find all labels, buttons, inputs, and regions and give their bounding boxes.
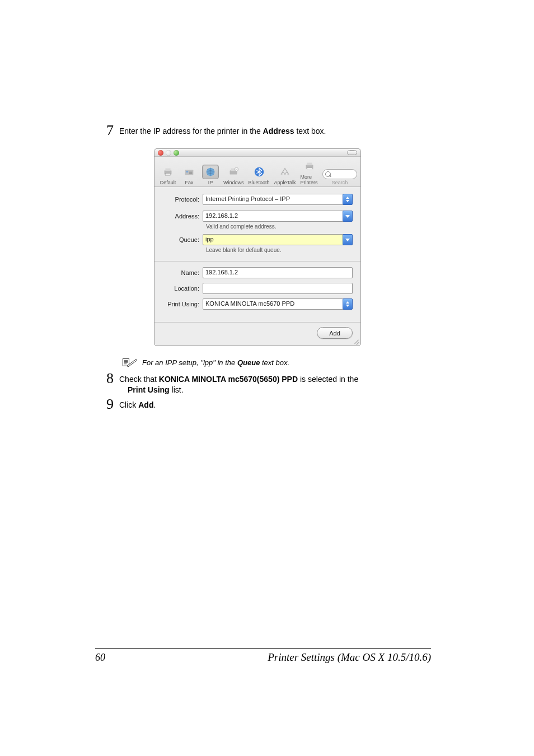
step-8: 8 Check that KONICA MINOLTA mc5670(5650)… bbox=[106, 370, 425, 385]
svg-point-13 bbox=[237, 169, 237, 169]
globe-icon bbox=[202, 165, 219, 179]
name-input[interactable]: 192.168.1.2 bbox=[203, 267, 353, 278]
toolbar-item-default[interactable]: Default bbox=[158, 165, 178, 185]
location-label: Location: bbox=[162, 285, 203, 292]
search-field-wrap: Search bbox=[322, 169, 357, 185]
window-titlebar bbox=[154, 149, 360, 157]
toolbar-toggle-icon[interactable] bbox=[347, 150, 357, 155]
toolbar-item-more-printers[interactable]: More Printers bbox=[299, 159, 320, 185]
step-8-text: Check that KONICA MINOLTA mc5670(5650) P… bbox=[119, 370, 358, 385]
note-icon bbox=[122, 357, 138, 367]
toolbar-item-appletalk[interactable]: AppleTalk bbox=[273, 165, 298, 185]
search-input[interactable] bbox=[322, 169, 357, 179]
svg-rect-5 bbox=[189, 171, 193, 171]
toolbar-item-ip[interactable]: IP bbox=[200, 165, 221, 185]
page-footer: 60 Printer Settings (Mac OS X 10.5/10.6) bbox=[95, 648, 431, 664]
location-input[interactable] bbox=[203, 283, 353, 294]
svg-rect-15 bbox=[281, 174, 283, 175]
svg-rect-20 bbox=[307, 168, 312, 170]
note-text: For an IPP setup, "ipp" in the Queue tex… bbox=[142, 358, 289, 367]
queue-hint: Leave blank for default queue. bbox=[162, 246, 353, 258]
toolbar-item-bluetooth[interactable]: Bluetooth bbox=[247, 165, 271, 185]
page-number: 60 bbox=[95, 652, 146, 664]
step-9: 9 Click Add. bbox=[106, 395, 425, 411]
svg-rect-2 bbox=[165, 174, 170, 176]
minimize-icon[interactable] bbox=[166, 150, 171, 156]
svg-point-12 bbox=[236, 169, 236, 169]
step-8-text-cont: Print Using list. bbox=[128, 385, 425, 394]
queue-input[interactable]: ipp bbox=[203, 234, 353, 245]
protocol-label: Protocol: bbox=[162, 196, 203, 203]
windows-share-icon bbox=[225, 165, 242, 179]
svg-rect-3 bbox=[185, 170, 194, 175]
svg-rect-4 bbox=[186, 171, 189, 172]
address-hint: Valid and complete address. bbox=[162, 223, 353, 234]
bluetooth-icon bbox=[251, 165, 268, 179]
footer-title: Printer Settings (Mac OS X 10.5/10.6) bbox=[146, 651, 431, 664]
appletalk-icon bbox=[277, 165, 293, 179]
address-input[interactable]: 192.168.1.2 bbox=[203, 211, 353, 222]
svg-point-11 bbox=[235, 167, 238, 171]
toolbar-item-windows[interactable]: Windows bbox=[222, 165, 246, 185]
chevron-updown-icon[interactable] bbox=[343, 194, 353, 205]
svg-rect-16 bbox=[284, 174, 286, 175]
printer-icon bbox=[160, 165, 176, 179]
protocol-select[interactable]: Internet Printing Protocol – IPP bbox=[203, 194, 353, 205]
resize-handle-icon[interactable] bbox=[353, 338, 359, 344]
svg-rect-1 bbox=[165, 169, 170, 171]
zoom-icon[interactable] bbox=[174, 150, 179, 156]
print-using-label: Print Using: bbox=[162, 301, 203, 307]
print-using-select[interactable]: KONICA MINOLTA mc5670 PPD bbox=[203, 298, 353, 310]
toolbar: Default Fax IP Windows bbox=[154, 157, 360, 187]
note: For an IPP setup, "ipp" in the Queue tex… bbox=[122, 357, 425, 367]
add-button[interactable]: Add bbox=[317, 327, 353, 339]
step-7: 7 Enter the IP address for the printer i… bbox=[106, 122, 425, 137]
chevron-updown-icon[interactable] bbox=[343, 298, 353, 310]
svg-rect-17 bbox=[288, 174, 289, 175]
step-9-text: Click Add. bbox=[119, 395, 156, 411]
more-printers-icon bbox=[301, 159, 318, 174]
separator bbox=[154, 261, 360, 262]
name-label: Name: bbox=[162, 269, 203, 276]
add-printer-window: Default Fax IP Windows bbox=[154, 148, 361, 346]
printer-form: Protocol: Internet Printing Protocol – I… bbox=[154, 187, 360, 322]
search-label: Search bbox=[322, 180, 357, 185]
svg-rect-19 bbox=[307, 163, 312, 166]
close-icon[interactable] bbox=[158, 150, 163, 156]
step-number-9: 9 bbox=[106, 397, 114, 412]
svg-rect-7 bbox=[189, 173, 193, 174]
step-number-7: 7 bbox=[106, 123, 114, 138]
step-number-8: 8 bbox=[106, 371, 114, 386]
address-label: Address: bbox=[162, 213, 203, 220]
chevron-down-icon[interactable] bbox=[343, 234, 353, 245]
svg-rect-6 bbox=[189, 172, 193, 172]
chevron-down-icon[interactable] bbox=[343, 211, 353, 222]
toolbar-item-fax[interactable]: Fax bbox=[179, 165, 199, 185]
step-7-text: Enter the IP address for the printer in … bbox=[119, 125, 326, 137]
fax-icon bbox=[181, 165, 198, 179]
queue-label: Queue: bbox=[162, 236, 203, 243]
